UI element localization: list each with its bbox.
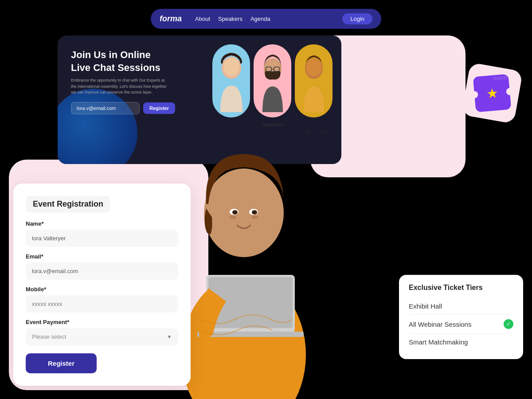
form-title-wrap: Event Registration (26, 196, 110, 212)
email-input[interactable] (26, 262, 178, 280)
svg-point-15 (232, 210, 238, 215)
mobile-input[interactable] (26, 295, 178, 313)
tier-label-3: Smart Matchmaking (409, 338, 468, 346)
nav-speakers[interactable]: Speakers (218, 16, 243, 22)
payment-select-wrap: Please select Standard Premium VIP ▼ (26, 328, 178, 345)
hero-subtitle: Embrance the opportunity to chat with Ou… (71, 78, 168, 96)
ticket-sticker: ★ (461, 62, 523, 124)
nav-agenda[interactable]: Agenda (250, 16, 270, 22)
hero-title: Join Us in Online Live Chat Sessions (71, 49, 168, 74)
svg-point-12 (251, 215, 258, 219)
payment-select[interactable]: Please select Standard Premium VIP (26, 328, 178, 345)
hero-email-input[interactable] (71, 102, 140, 114)
tier-check-icon: ✓ (504, 319, 513, 329)
tier-item-1: Exhibit Hall (409, 298, 513, 315)
navbar: forma About Speakers Agenda Login (151, 9, 381, 29)
name-input[interactable] (26, 230, 178, 247)
nav-links: About Speakers Agenda (195, 16, 333, 22)
hero-input-row: Register (71, 102, 168, 114)
ticket-tiers-card: Exclusive Ticket Tiers Exhibit Hall All … (399, 275, 523, 359)
mobile-label: Mobile* (26, 286, 178, 293)
ticket-barcode (493, 76, 507, 81)
hero-text: Join Us in Online Live Chat Sessions Emb… (71, 49, 168, 114)
payment-label: Event Payment* (26, 319, 178, 325)
ticket-star-icon: ★ (485, 85, 499, 101)
ticket-tiers-title: Exclusive Ticket Tiers (409, 284, 513, 292)
register-button[interactable]: Register (26, 353, 97, 373)
name-label: Name* (26, 220, 178, 227)
tier-item-2: All Webinar Sessions ✓ (409, 315, 513, 334)
svg-point-10 (204, 168, 284, 257)
form-title: Event Registration (33, 200, 103, 208)
nav-about[interactable]: About (195, 16, 210, 22)
email-label: Email* (26, 253, 178, 260)
brand-logo: forma (160, 14, 182, 23)
tier-label-1: Exhibit Hall (409, 302, 442, 310)
ticket-icon: ★ (473, 74, 512, 113)
svg-point-11 (229, 215, 236, 219)
tier-label-2: All Webinar Sessions (409, 321, 471, 328)
login-button[interactable]: Login (342, 13, 372, 24)
svg-point-16 (252, 210, 257, 215)
tier-item-3: Smart Matchmaking (409, 334, 513, 350)
registration-form-card: Event Registration Name* Email* Mobile* … (13, 184, 191, 386)
